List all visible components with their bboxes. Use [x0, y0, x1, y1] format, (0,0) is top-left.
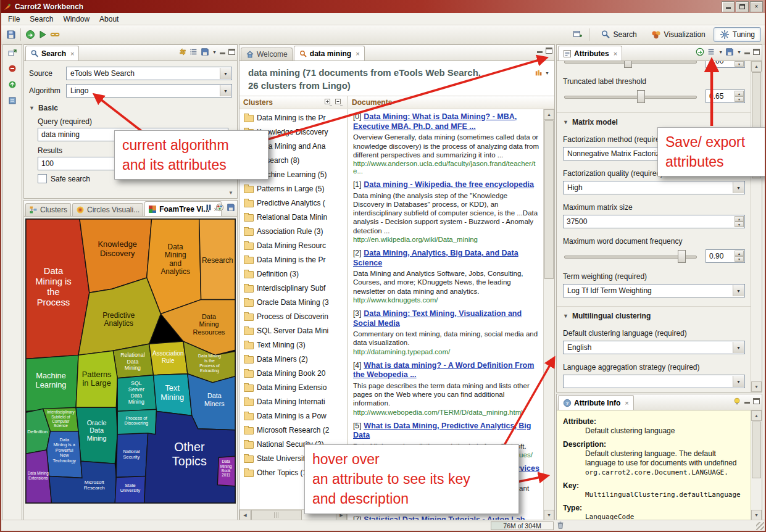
cluster-tree-item[interactable]: Data Mining is the Pr [239, 252, 347, 267]
open-perspective-button[interactable] [572, 28, 584, 41]
save-button[interactable] [5, 28, 17, 41]
matrix-model-section[interactable]: ▼ Matrix model [563, 118, 745, 127]
scroll-left-icon[interactable]: ◀ [239, 510, 251, 520]
document-title-link[interactable]: Data mining - Wikipedia, the free encycl… [364, 180, 534, 189]
cluster-tree-item[interactable]: Data Miners (2) [239, 352, 347, 366]
maximum-matrix-size-spinner[interactable]: 37500 ▲▼ [563, 215, 745, 228]
tab-clusters-viz[interactable]: Clusters [25, 203, 71, 216]
maximize-icon[interactable] [753, 49, 760, 55]
cluster-tree-item[interactable]: Text Mining (3) [239, 338, 347, 352]
source-select[interactable]: eTools Web Search ▼ [66, 67, 232, 80]
chevron-down-icon[interactable]: ▼ [733, 376, 744, 387]
document-url[interactable]: http://en.wikipedia.org/wiki/Data_mining [353, 236, 539, 243]
chevron-down-icon[interactable]: ▼ [220, 68, 231, 79]
menu-search[interactable]: Search [25, 14, 58, 25]
expand-all-icon[interactable] [324, 98, 333, 107]
spin-up-icon[interactable]: ▲ [735, 216, 744, 222]
chevron-down-icon[interactable]: ▼ [737, 50, 741, 54]
chevron-down-icon[interactable]: ▼ [220, 85, 231, 96]
default-clustering-language-select[interactable]: English ▼ [563, 341, 745, 354]
cluster-tree-item[interactable]: Process of Discoverin [239, 309, 347, 323]
maximize-icon[interactable] [753, 398, 760, 404]
minimize-icon[interactable] [744, 398, 751, 404]
cluster-tree-item[interactable]: Data Mining Internati [239, 394, 347, 409]
cluster-tree-item[interactable]: Data Mining Extensio [239, 380, 347, 394]
perspective-visualization-button[interactable]: Visualization [645, 27, 712, 42]
document-title-link[interactable]: What is Data Mining, Predictive Analytic… [353, 422, 531, 440]
algorithm-select[interactable]: Lingo ▼ [66, 84, 232, 98]
maximum-word-document-frequency-slider[interactable] [563, 249, 698, 264]
scroll-up-icon[interactable]: ▲ [544, 109, 554, 120]
maximum-word-document-frequency-spinner[interactable]: 0.90 ▲▼ [706, 249, 745, 263]
spin-up-icon[interactable]: ▲ [735, 91, 744, 96]
vertical-scrollbar[interactable]: ▲ ▼ [751, 410, 762, 520]
window-close-icon[interactable]: × [750, 1, 763, 12]
link-button[interactable] [49, 28, 61, 41]
document-url[interactable]: http://www.kdnuggets.com/ [353, 296, 539, 304]
link-with-editor-icon[interactable] [733, 397, 741, 405]
minimize-icon[interactable] [219, 49, 226, 55]
perspective-tuning-button[interactable]: Tuning [714, 27, 761, 42]
document-url[interactable]: http://www.anderson.ucla.edu/faculty/jas… [353, 160, 539, 175]
scroll-up-icon[interactable]: ▲ [751, 61, 762, 72]
cluster-tree-item[interactable]: Data Mining is a Pow [239, 409, 347, 423]
truncated-label-threshold-spinner[interactable]: 0.65 ▲▼ [706, 89, 745, 103]
scroll-down-icon[interactable]: ▼ [544, 510, 554, 520]
document-url[interactable]: http://www.webopedia.com/TERM/D/data_min… [353, 409, 539, 416]
cluster-tree-item[interactable]: Data Mining is the Pr [239, 110, 347, 125]
pause-icon[interactable] [204, 203, 213, 212]
resize-grip[interactable] [756, 522, 764, 530]
save-query-icon[interactable] [201, 48, 209, 56]
minimized-view-icon-red[interactable] [7, 64, 17, 73]
phrase-label-boost-spinner[interactable]: 2.00 ▲▼ [706, 61, 745, 68]
cluster-tree-item[interactable]: Data Mining Resourc [239, 238, 347, 252]
tab-circles-viz[interactable]: Circles Visuali... [72, 203, 143, 216]
requery-icon[interactable] [178, 48, 187, 56]
close-icon[interactable]: × [70, 50, 74, 57]
maximize-icon[interactable] [546, 48, 552, 54]
cluster-tree-item[interactable]: Association Rule (3) [239, 224, 347, 238]
spin-down-icon[interactable]: ▼ [735, 96, 744, 102]
menu-about[interactable]: About [94, 14, 123, 25]
document-title-link[interactable]: Data Mining: Text Mining, Visualization … [353, 309, 522, 328]
spin-up-icon[interactable]: ▲ [735, 251, 744, 256]
multilingual-clustering-section[interactable]: ▼ Multilingual clustering [563, 312, 745, 320]
tab-attributes[interactable]: Attributes × [558, 46, 622, 60]
tab-data-mining-editor[interactable]: data mining × [294, 46, 365, 60]
truncated-label-threshold-slider[interactable] [563, 89, 698, 104]
scroll-down-icon[interactable]: ▼ [228, 190, 233, 196]
chevron-down-icon[interactable]: ▼ [545, 71, 549, 75]
cluster-tree-item[interactable]: Microsoft Research (2 [239, 423, 347, 437]
document-title-link[interactable]: What is data mining? - A Word Definition… [353, 361, 534, 380]
basic-section-header[interactable]: ▼ Basic [29, 104, 232, 112]
maximize-icon[interactable] [228, 49, 235, 55]
tab-search-view[interactable]: Search × [25, 46, 79, 60]
cluster-tree-item[interactable]: Definition (3) [239, 267, 347, 281]
scroll-down-icon[interactable]: ▼ [751, 381, 762, 392]
cluster-tree-item[interactable]: Interdisciplinary Subf [239, 281, 347, 295]
scrollbar-thumb[interactable] [544, 120, 554, 279]
foamtree-visualization[interactable]: DataMining istheProcessKnowledgeDiscover… [25, 218, 236, 504]
process-button[interactable] [24, 28, 36, 41]
cluster-tree-item[interactable]: Oracle Data Mining (3 [239, 295, 347, 309]
run-button[interactable] [36, 28, 49, 41]
factorization-quality-select[interactable]: High ▼ [563, 181, 745, 194]
cluster-tree-item[interactable]: Predictive Analytics ( [239, 196, 347, 210]
export-attributes-icon[interactable] [696, 48, 704, 56]
menu-file[interactable]: File [3, 14, 25, 25]
minimize-icon[interactable] [744, 49, 751, 55]
save-attributes-icon[interactable] [725, 48, 734, 56]
minimized-view-icon-blue[interactable] [7, 96, 17, 106]
chevron-down-icon[interactable]: ▼ [733, 182, 744, 193]
document-title-link[interactable]: Data Mining: What is Data Mining? - MBA,… [353, 112, 517, 131]
language-aggregation-strategy-select[interactable]: ▼ [563, 375, 745, 388]
spin-down-icon[interactable]: ▼ [735, 256, 744, 262]
document-title-link[interactable]: Data Mining, Analytics, Big Data, and Da… [353, 249, 518, 267]
close-icon[interactable]: × [625, 399, 628, 407]
close-icon[interactable]: × [356, 50, 359, 57]
scroll-down-icon[interactable]: ▼ [751, 510, 762, 520]
chevron-down-icon[interactable]: ▼ [733, 285, 744, 296]
scrollbar-thumb[interactable] [251, 510, 302, 520]
tab-attribute-info[interactable]: ? Attribute Info × [558, 395, 634, 410]
cluster-tree-item[interactable]: Patterns in Large (5) [239, 181, 347, 196]
